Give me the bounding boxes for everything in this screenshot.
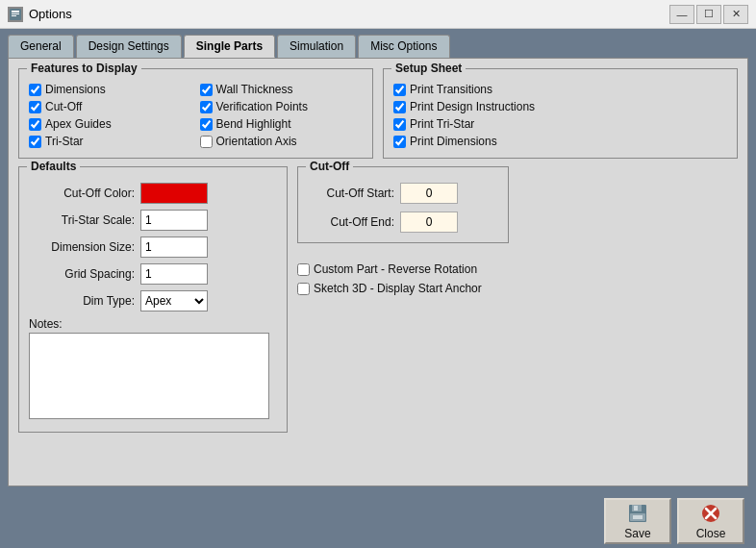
checkbox-verification-points[interactable]: Verification Points [200, 100, 364, 113]
main-content: Features to Display Dimensions Wall Thic… [8, 58, 748, 486]
cutoff-end-label: Cut-Off End: [308, 215, 394, 229]
tab-general[interactable]: General [8, 35, 74, 58]
grid-spacing-input[interactable] [140, 263, 208, 285]
close-button[interactable]: Close [677, 498, 744, 544]
features-group-title: Features to Display [27, 62, 141, 75]
checkbox-orientation-axis[interactable]: Orientation Axis [200, 135, 364, 148]
svg-rect-2 [12, 13, 19, 14]
tab-design-settings[interactable]: Design Settings [76, 35, 182, 58]
checkbox-custom-part-reverse[interactable]: Custom Part - Reverse Rotation [297, 262, 738, 276]
save-icon [626, 502, 649, 525]
tristar-scale-label: Tri-Star Scale: [29, 213, 135, 227]
minimize-button[interactable]: — [669, 5, 694, 24]
maximize-button[interactable]: ☐ [696, 5, 721, 24]
defaults-group: Defaults Cut-Off Color: Tri-Star Scale: … [18, 166, 288, 433]
window-controls: — ☐ ✕ [669, 5, 748, 24]
save-label: Save [624, 527, 650, 540]
window-title: Options [29, 7, 669, 21]
options-window: Options — ☐ ✕ General Design Settings Si… [0, 0, 756, 548]
svg-rect-6 [634, 506, 638, 511]
checkbox-cutoff[interactable]: Cut-Off [29, 100, 192, 113]
setup-group: Setup Sheet Print Transitions Print Desi… [383, 68, 738, 159]
window-icon [8, 7, 23, 22]
checkbox-print-transitions[interactable]: Print Transitions [393, 83, 727, 96]
svg-rect-1 [12, 11, 19, 12]
extra-checkboxes: Custom Part - Reverse Rotation Sketch 3D… [297, 262, 738, 295]
setup-checkboxes: Print Transitions Print Design Instructi… [393, 83, 727, 148]
notes-label: Notes: [29, 317, 277, 331]
cutoff-start-row: Cut-Off Start: [308, 183, 498, 204]
dim-type-label: Dim Type: [29, 294, 135, 308]
titlebar: Options — ☐ ✕ [0, 0, 756, 29]
bottom-bar: Save Close [0, 494, 756, 548]
dimension-size-row: Dimension Size: [29, 237, 277, 258]
cutoff-group-title: Cut-Off [306, 160, 353, 173]
cutoff-color-swatch[interactable] [140, 183, 208, 204]
notes-textarea[interactable] [29, 333, 269, 419]
tristar-scale-input[interactable] [140, 210, 208, 231]
checkbox-print-tri-star[interactable]: Print Tri-Star [393, 117, 727, 131]
features-group: Features to Display Dimensions Wall Thic… [18, 68, 373, 159]
checkbox-sketch-3d[interactable]: Sketch 3D - Display Start Anchor [297, 282, 738, 295]
features-checkboxes: Dimensions Wall Thickness Cut-Off Verifi… [29, 83, 363, 148]
cutoff-end-row: Cut-Off End: [308, 212, 498, 233]
cutoff-color-row: Cut-Off Color: [29, 183, 277, 204]
cutoff-form: Cut-Off Start: Cut-Off End: [308, 183, 498, 233]
checkbox-bend-highlight[interactable]: Bend Highlight [200, 117, 364, 131]
dim-type-row: Dim Type: Apex Standard Custom [29, 290, 277, 311]
setup-group-title: Setup Sheet [391, 62, 466, 75]
dimension-size-label: Dimension Size: [29, 240, 135, 254]
middle-row: Defaults Cut-Off Color: Tri-Star Scale: … [18, 166, 738, 433]
checkbox-apex-guides[interactable]: Apex Guides [29, 117, 192, 131]
tab-single-parts[interactable]: Single Parts [184, 35, 275, 58]
checkbox-wall-thickness[interactable]: Wall Thickness [200, 83, 364, 96]
cutoff-start-input[interactable] [400, 183, 458, 204]
checkbox-print-dimensions[interactable]: Print Dimensions [393, 135, 727, 148]
cutoff-color-label: Cut-Off Color: [29, 187, 135, 200]
checkbox-dimensions[interactable]: Dimensions [29, 83, 192, 96]
defaults-group-title: Defaults [27, 160, 80, 173]
notes-section: Notes: [29, 317, 277, 422]
checkbox-tri-star[interactable]: Tri-Star [29, 135, 192, 148]
tristar-scale-row: Tri-Star Scale: [29, 210, 277, 231]
dimension-size-input[interactable] [140, 237, 208, 258]
grid-spacing-row: Grid Spacing: [29, 263, 277, 285]
close-icon [699, 502, 722, 525]
tab-misc-options[interactable]: Misc Options [358, 35, 449, 58]
right-side: Cut-Off Cut-Off Start: Cut-Off End: [297, 166, 738, 433]
cutoff-end-input[interactable] [400, 212, 458, 233]
defaults-form: Cut-Off Color: Tri-Star Scale: Dimension… [29, 183, 277, 311]
svg-rect-3 [12, 15, 16, 16]
top-row: Features to Display Dimensions Wall Thic… [18, 68, 738, 159]
svg-rect-8 [633, 515, 643, 519]
cutoff-group: Cut-Off Cut-Off Start: Cut-Off End: [297, 166, 509, 243]
cutoff-start-label: Cut-Off Start: [308, 187, 394, 200]
tabs-bar: General Design Settings Single Parts Sim… [0, 29, 756, 58]
close-label: Close [696, 527, 726, 540]
dim-type-select[interactable]: Apex Standard Custom [140, 290, 208, 311]
checkbox-print-design-instructions[interactable]: Print Design Instructions [393, 100, 727, 113]
close-window-button[interactable]: ✕ [723, 5, 748, 24]
tab-simulation[interactable]: Simulation [277, 35, 356, 58]
save-button[interactable]: Save [604, 498, 671, 544]
grid-spacing-label: Grid Spacing: [29, 267, 135, 281]
